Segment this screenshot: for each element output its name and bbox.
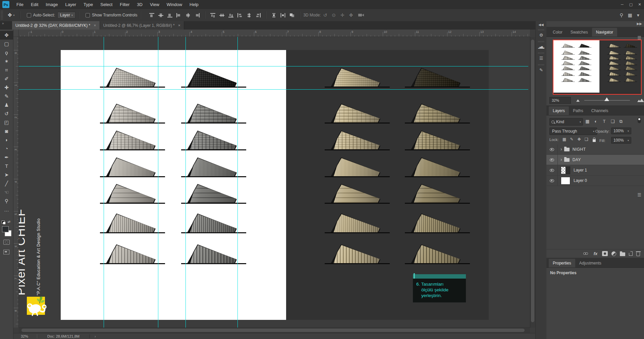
- path-selection-tool[interactable]: ➤: [0, 171, 13, 179]
- document-tab-2[interactable]: Untitled-2 @ 66,7% (Layer 1, RGB/8#) *✕: [100, 21, 184, 30]
- eyedropper-tool[interactable]: ✐: [0, 75, 13, 83]
- navigator-zoom-slider[interactable]: [584, 100, 630, 101]
- shape-layer-filter-icon[interactable]: ❑: [608, 118, 617, 125]
- close-button[interactable]: ✕: [635, 0, 644, 9]
- tool-preset-picker[interactable]: ✥ ▾: [6, 11, 17, 19]
- visibility-toggle[interactable]: [546, 144, 558, 154]
- search-icon[interactable]: ⚲: [620, 12, 623, 18]
- tab-color[interactable]: Color: [549, 28, 567, 37]
- visibility-toggle[interactable]: [546, 165, 558, 175]
- tool-presets-icon[interactable]: ☰: [539, 56, 543, 61]
- auto-select-checkbox[interactable]: [27, 13, 31, 17]
- close-tab-icon[interactable]: ✕: [94, 24, 96, 27]
- menu-select[interactable]: Select: [97, 0, 116, 9]
- lock-image-pixels-icon[interactable]: ✎: [568, 137, 576, 142]
- horizontal-ruler[interactable]: -101234567891011121314: [19, 30, 530, 37]
- lock-artboard-icon[interactable]: ❑: [583, 137, 590, 142]
- tab-paths[interactable]: Paths: [569, 106, 587, 115]
- vertical-ruler[interactable]: 012345678: [13, 37, 19, 328]
- ruler-origin-corner[interactable]: [13, 30, 19, 37]
- maximize-button[interactable]: ▢: [627, 0, 635, 9]
- quick-mask-button[interactable]: [3, 240, 10, 245]
- spot-healing-brush-tool[interactable]: ✚: [0, 83, 13, 92]
- paint-bucket-tool[interactable]: ◙: [0, 127, 13, 136]
- line-tool[interactable]: ╱: [0, 179, 13, 188]
- panel-menu-icon[interactable]: ☰: [637, 192, 641, 197]
- history-brush-tool[interactable]: ↺: [0, 109, 13, 118]
- screen-mode-button[interactable]: [3, 250, 9, 254]
- opacity-value-select[interactable]: 100% ▾: [611, 128, 631, 134]
- layer-row-layer-1[interactable]: Layer 1: [546, 165, 644, 176]
- document-tab-1[interactable]: Untitled-2 @ 32% (DAY, RGB/8#/CMYK) *✕: [12, 21, 100, 30]
- move-tool[interactable]: ✥: [0, 31, 13, 40]
- blend-mode-select[interactable]: Pass Through ▾: [549, 128, 597, 135]
- menu-type[interactable]: Type: [80, 0, 97, 9]
- horizontal-scrollbar[interactable]: [19, 328, 530, 333]
- visibility-toggle[interactable]: [546, 176, 558, 186]
- adjustment-layer-filter-icon[interactable]: ◐: [592, 118, 600, 125]
- tab-adjustments[interactable]: Adjustments: [575, 259, 605, 268]
- distribute-left-edges-icon[interactable]: [237, 13, 243, 17]
- show-transform-controls-checkbox[interactable]: [86, 13, 90, 17]
- tab-layers[interactable]: Layers: [549, 106, 569, 115]
- toolbar-collapse-icon[interactable]: »: [0, 21, 12, 30]
- blur-tool[interactable]: ◗: [0, 136, 13, 144]
- clone-stamp-tool[interactable]: ♟: [0, 101, 13, 109]
- menu-help[interactable]: Help: [186, 0, 202, 9]
- quick-selection-tool[interactable]: ✶: [0, 57, 13, 66]
- auto-select-target-select[interactable]: Layer ▾: [57, 12, 75, 18]
- collapse-panels-icon[interactable]: ◀◀: [536, 23, 546, 27]
- dolly-3d-camera-icon[interactable]: [358, 14, 362, 16]
- align-horizontal-centers-icon[interactable]: [185, 13, 191, 17]
- menu-layer[interactable]: Layer: [62, 0, 80, 9]
- brush-presets-icon[interactable]: ✎: [539, 67, 543, 72]
- more-tools[interactable]: …: [0, 205, 13, 214]
- photoshop-logo-icon[interactable]: Ps: [2, 1, 9, 8]
- align-top-edges-icon[interactable]: [149, 13, 154, 17]
- lock-position-icon[interactable]: ✥: [576, 137, 583, 142]
- new-adjustment-layer-icon[interactable]: [611, 251, 616, 256]
- tab-properties[interactable]: Properties: [549, 259, 575, 268]
- lock-all-icon[interactable]: [593, 139, 596, 142]
- guide-horizontal[interactable]: [19, 89, 528, 90]
- align-left-edges-icon[interactable]: [176, 13, 181, 17]
- layer-row-day[interactable]: ›DAY: [546, 155, 644, 165]
- align-bottom-edges-icon[interactable]: [167, 13, 172, 17]
- brush-tool[interactable]: ✎: [0, 92, 13, 101]
- crop-tool[interactable]: ⌗: [0, 66, 13, 75]
- distribute-vertical-centers-icon[interactable]: [219, 13, 224, 17]
- layer-style-icon[interactable]: fx: [593, 251, 598, 256]
- menu-file[interactable]: File: [13, 0, 27, 9]
- orbit-3d-camera-icon[interactable]: ↺: [323, 13, 327, 17]
- pan-3d-camera-icon[interactable]: ✛: [340, 13, 344, 17]
- chevron-down-icon[interactable]: ▾: [637, 12, 639, 18]
- menu-edit[interactable]: Edit: [27, 0, 42, 9]
- vertical-scrollbar[interactable]: [530, 37, 535, 328]
- hand-tool[interactable]: ☜: [0, 188, 13, 197]
- layer-filter-kind-select[interactable]: Kind ▾: [549, 118, 583, 126]
- distribute-right-edges-icon[interactable]: [256, 13, 261, 17]
- zoom-tool[interactable]: ⚲: [0, 197, 13, 205]
- guide-vertical[interactable]: [158, 37, 158, 328]
- guide-vertical[interactable]: [185, 37, 186, 328]
- status-zoom-field[interactable]: 32%: [21, 334, 28, 338]
- menu-view[interactable]: View: [146, 0, 163, 9]
- group-chevron-icon[interactable]: ›: [560, 157, 562, 162]
- distribute-bottom-edges-icon[interactable]: [228, 13, 233, 17]
- tab-navigator[interactable]: Navigator: [592, 28, 617, 37]
- guide-vertical[interactable]: [104, 37, 104, 328]
- slide-3d-camera-icon[interactable]: ✥: [349, 13, 353, 17]
- tab-swatches[interactable]: Swatches: [567, 28, 592, 37]
- canvas-viewport[interactable]: Pixel Art CHIEF "P.A.C" Education & Art …: [19, 37, 530, 328]
- status-chevron-icon[interactable]: ›: [95, 334, 96, 338]
- zoom-out-icon[interactable]: [576, 99, 580, 102]
- expand-panels-icon[interactable]: ▶▶: [637, 22, 642, 26]
- rectangular-marquee-tool[interactable]: ▢: [0, 40, 13, 48]
- group-chevron-icon[interactable]: ›: [560, 146, 562, 152]
- foreground-background-colors[interactable]: [2, 226, 12, 236]
- align-right-edges-icon[interactable]: [195, 13, 200, 17]
- guide-vertical[interactable]: [237, 37, 238, 328]
- pen-tool[interactable]: ✒: [0, 153, 13, 162]
- histogram-icon[interactable]: ▂▅▇▃: [538, 46, 544, 48]
- add-layer-mask-icon[interactable]: [602, 251, 608, 256]
